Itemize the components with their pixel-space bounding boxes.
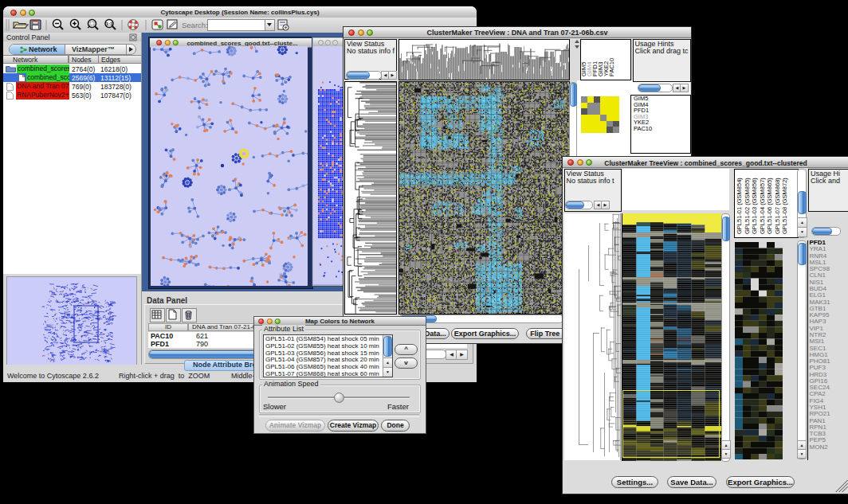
- svg-text:GPL51-04 (GSM857): GPL51-04 (GSM857): [758, 178, 765, 234]
- svg-text:1:1: 1:1: [106, 21, 113, 26]
- svg-text:GPL51-08 (GSM872): GPL51-08 (GSM872): [781, 178, 788, 234]
- svg-text:GPL51-03 (GSM856): GPL51-03 (GSM856): [751, 178, 758, 234]
- svg-text:GPL51-01 (GSM854): GPL51-01 (GSM854): [736, 178, 743, 234]
- svg-text:PAC10: PAC10: [608, 58, 615, 76]
- svg-text:GPL51-02 (GSM855): GPL51-02 (GSM855): [743, 178, 750, 234]
- svg-text:GPL51-07 (GSM868): GPL51-07 (GSM868): [773, 178, 780, 234]
- svg-text:GPL51-06 (GSM865): GPL51-06 (GSM865): [766, 178, 773, 234]
